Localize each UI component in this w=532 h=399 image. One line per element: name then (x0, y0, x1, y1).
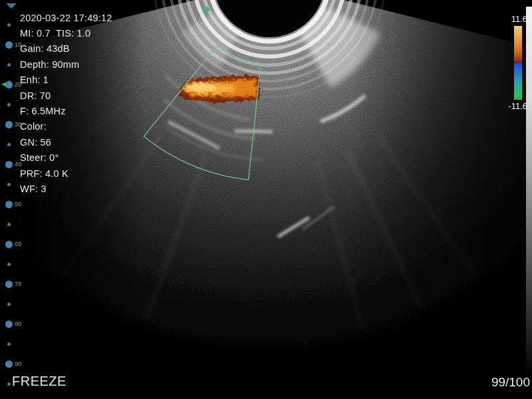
ruler-minor-dot (7, 342, 11, 346)
ruler-major-dot-20 (5, 81, 13, 88)
param-gain: Gain: 43dB (20, 41, 90, 57)
colorbar-max-label: 11.6 (487, 14, 527, 24)
ruler-depth-label-80: 80 (15, 320, 22, 328)
param-dr: DR: 70 (20, 88, 90, 104)
ruler-minor-dot (7, 382, 11, 386)
param-color-header: Color: (20, 119, 90, 134)
ruler-minor-dot (7, 23, 11, 27)
depth-ruler: 102030405060708090 (0, 0, 27, 399)
orientation-chevron-icon (6, 3, 17, 9)
ruler-minor-dot (7, 263, 11, 266)
ruler-minor-dot (7, 223, 11, 226)
param-wf: WF: 3 (20, 182, 90, 197)
imaging-params-panel: MI: 0.7 TIS: 1.0Gain: 43dBDepth: 90mmEnh… (20, 26, 90, 197)
ruler-major-dot-80 (5, 321, 13, 328)
freeze-status-label: FREEZE (12, 374, 66, 389)
frame-counter: 99/100 (491, 375, 530, 390)
ruler-major-dot-70 (5, 281, 13, 288)
param-freq: F: 6.5MHz (20, 104, 90, 119)
ruler-major-dot-90 (5, 360, 13, 368)
ruler-major-dot-60 (5, 241, 13, 248)
ruler-depth-label-70: 70 (15, 280, 22, 288)
ruler-major-dot-40 (5, 161, 13, 168)
datetime-label: 2020-03-22 17:49:12 (20, 11, 112, 26)
right-edge-highlight (526, 7, 532, 376)
colorbar-min-label: -11.6 (487, 101, 527, 111)
ruler-minor-dot (7, 143, 11, 146)
probe-apex-dot (204, 7, 209, 12)
ruler-depth-label-10: 10 (15, 41, 22, 49)
param-steer: Steer: 0° (20, 150, 90, 166)
ruler-depth-label-30: 30 (15, 120, 22, 128)
ruler-minor-dot (7, 303, 11, 306)
ruler-minor-dot (7, 63, 11, 66)
ruler-minor-dot (7, 183, 11, 186)
param-color-gain: GN: 56 (20, 135, 90, 150)
ultrasound-screen: 2020-03-22 17:49:12 MI: 0.7 TIS: 1.0Gain… (0, 0, 532, 399)
ruler-major-dot-50 (5, 201, 13, 208)
ruler-major-dot-30 (5, 121, 13, 128)
ruler-depth-label-90: 90 (15, 360, 22, 368)
ruler-depth-label-50: 50 (15, 200, 22, 208)
ruler-depth-label-60: 60 (15, 240, 22, 248)
colorbar-gradient (514, 26, 522, 100)
ruler-major-dot-10 (5, 41, 13, 49)
param-enh: Enh: 1 (20, 72, 90, 88)
param-prf: PRF: 4.0 K (20, 166, 90, 182)
ruler-minor-dot (7, 103, 11, 106)
param-depth: Depth: 90mm (20, 57, 90, 72)
ruler-depth-label-40: 40 (15, 160, 22, 168)
ruler-depth-label-20: 20 (15, 80, 22, 88)
param-mi-tis: MI: 0.7 TIS: 1.0 (20, 26, 90, 41)
